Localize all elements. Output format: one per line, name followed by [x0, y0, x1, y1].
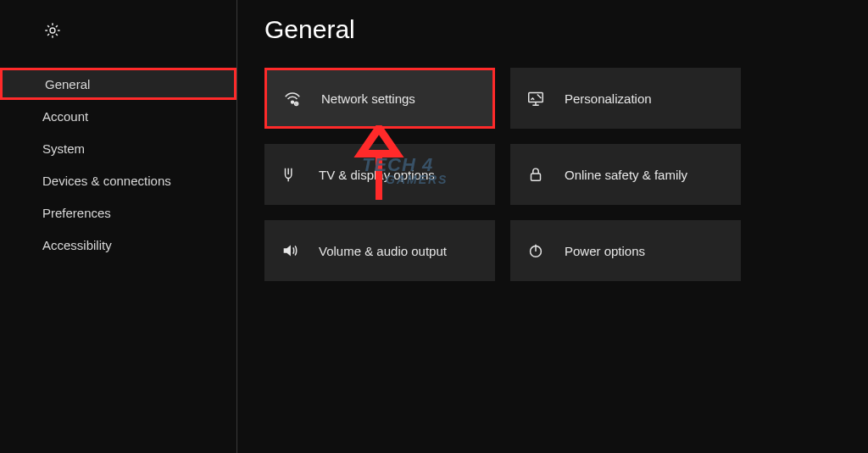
tile-label: Network settings: [321, 91, 415, 106]
tv-display-icon: [280, 164, 300, 185]
sidebar-item-label: System: [42, 141, 85, 156]
sidebar-item-accessibility[interactable]: Accessibility: [0, 229, 236, 261]
settings-header: [0, 14, 236, 47]
tile-grid: Network settings Personalization: [264, 68, 841, 281]
tile-label: Power options: [565, 244, 645, 258]
svg-point-1: [292, 101, 294, 103]
tile-power-options[interactable]: Power options: [510, 220, 741, 281]
sidebar-item-devices[interactable]: Devices & connections: [0, 164, 236, 196]
sidebar-item-label: Preferences: [42, 206, 111, 220]
lock-icon: [526, 164, 546, 185]
personalization-icon: [526, 88, 546, 108]
tile-label: Online safety & family: [565, 168, 687, 182]
tile-volume-audio[interactable]: Volume & audio output: [264, 220, 495, 281]
sidebar: General Account System Devices & connect…: [0, 0, 237, 453]
main-panel: General Network settings: [237, 0, 868, 453]
power-icon: [526, 240, 546, 261]
sidebar-item-label: Devices & connections: [42, 174, 171, 188]
gear-icon: [42, 20, 63, 41]
page-title: General: [264, 15, 841, 44]
tile-tv-display[interactable]: TV & display options: [264, 144, 495, 205]
sidebar-item-account[interactable]: Account: [0, 100, 236, 132]
tile-network-settings[interactable]: Network settings: [264, 68, 495, 129]
svg-point-0: [50, 28, 55, 33]
volume-icon: [280, 240, 300, 261]
tile-online-safety[interactable]: Online safety & family: [510, 144, 741, 205]
svg-rect-4: [531, 174, 541, 180]
sidebar-item-preferences[interactable]: Preferences: [0, 196, 236, 229]
tile-label: TV & display options: [319, 168, 435, 182]
tile-label: Personalization: [565, 91, 652, 106]
sidebar-item-general[interactable]: General: [0, 68, 236, 100]
tile-personalization[interactable]: Personalization: [510, 68, 741, 129]
sidebar-item-label: General: [45, 77, 90, 91]
sidebar-item-label: Accessibility: [42, 238, 112, 252]
network-icon: [282, 88, 303, 108]
tile-label: Volume & audio output: [319, 244, 447, 258]
sidebar-item-system[interactable]: System: [0, 132, 236, 164]
sidebar-item-label: Account: [42, 109, 88, 124]
